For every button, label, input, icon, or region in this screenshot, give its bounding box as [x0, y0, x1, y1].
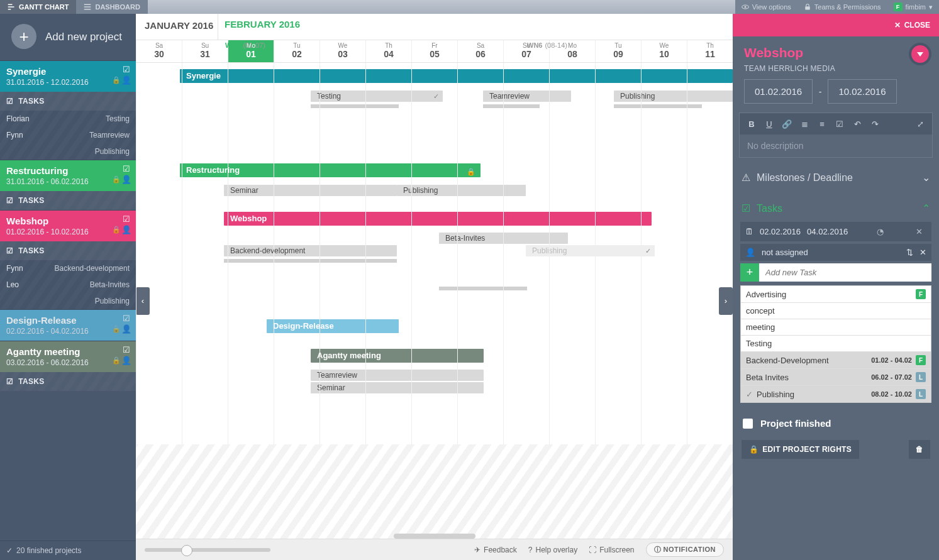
- day-cell[interactable]: Su31: [182, 40, 228, 62]
- project-restructuring[interactable]: Restructuring 31.01.2016 - 06.02.2016 🔒 …: [0, 160, 136, 210]
- tasks-section-header[interactable]: ☑ Tasks ⌃: [733, 197, 939, 219]
- assignee-row[interactable]: FynnTeamreview: [0, 127, 136, 143]
- clear-dates[interactable]: ✕: [912, 226, 926, 238]
- tasks-label: Tasks: [757, 203, 782, 214]
- check-icon: ☑: [121, 345, 132, 354]
- clock-icon[interactable]: ◔: [873, 226, 887, 238]
- link-button[interactable]: 🔗: [780, 117, 794, 131]
- checkbox[interactable]: [743, 419, 753, 429]
- tasks-header[interactable]: ☑ TASKS: [0, 92, 136, 111]
- day-cell[interactable]: Tu09: [595, 40, 641, 62]
- clear-assignee[interactable]: ✕: [920, 248, 926, 257]
- month-header: JANUARY 2016 FEBRUARY 2016: [136, 14, 733, 40]
- date-from-input[interactable]: 01.02.2016: [744, 79, 813, 104]
- feedback-link[interactable]: ✈ Feedback: [474, 546, 517, 554]
- task-row[interactable]: concept: [741, 303, 931, 319]
- bar-seminar[interactable]: Seminar: [224, 185, 397, 196]
- day-cell[interactable]: Fr05: [411, 40, 457, 62]
- zoom-slider[interactable]: [145, 548, 270, 552]
- tasks-header[interactable]: ☑ TASKS: [0, 241, 136, 260]
- edit-rights-button[interactable]: 🔒 EDIT PROJECT RIGHTS: [742, 440, 859, 459]
- project-dates: 31.01.2016 - 12.02.2016: [6, 78, 111, 87]
- chevron-up-icon: ⌃: [922, 202, 930, 214]
- notification-button[interactable]: ⓘ NOTIFICATION: [646, 542, 724, 557]
- teams-label: Teams & Permissions: [814, 0, 881, 14]
- tab-dashboard[interactable]: DASHBOARD: [76, 0, 148, 14]
- gantt-body[interactable]: Synergie Testing Teamreview Publishing R…: [136, 63, 733, 539]
- finished-projects[interactable]: ✓ 20 finished projects: [0, 541, 136, 560]
- bar-synergie[interactable]: Synergie: [180, 69, 733, 83]
- scroll-right-button[interactable]: ›: [719, 287, 733, 315]
- fullscreen-button[interactable]: ⛶ Fullscreen: [589, 546, 634, 554]
- assignee-row[interactable]: Publishing: [0, 293, 136, 309]
- check-icon: ☑: [121, 214, 132, 224]
- bar-design-release[interactable]: Design-Release: [267, 319, 399, 333]
- ul-button[interactable]: ≡: [815, 117, 829, 131]
- date-to-input[interactable]: 10.02.2016: [828, 79, 896, 104]
- user-menu[interactable]: F fimbim ▾: [887, 0, 939, 14]
- project-webshop[interactable]: Webshop 01.02.2016 - 10.02.2016 🔒 ☑👤 ☑ T…: [0, 210, 136, 309]
- bar-webshop[interactable]: Webshop: [224, 212, 652, 226]
- tab-dashboard-label: DASHBOARD: [95, 0, 140, 14]
- task-row[interactable]: meeting: [741, 319, 931, 336]
- bar-teamreview[interactable]: Teamreview: [483, 91, 571, 102]
- ol-button[interactable]: ≣: [797, 117, 811, 131]
- color-fab[interactable]: [909, 43, 931, 65]
- redo-button[interactable]: ↷: [868, 117, 882, 131]
- project-name: Synergie: [6, 66, 111, 77]
- delete-project-button[interactable]: 🗑: [909, 440, 930, 459]
- add-task-input[interactable]: [759, 263, 931, 282]
- scroll-left-button[interactable]: ‹: [136, 287, 150, 315]
- bar-restructuring[interactable]: Restructuring🔒: [180, 163, 481, 177]
- task-row[interactable]: AdvertisingF: [741, 286, 931, 303]
- view-options[interactable]: View options: [735, 0, 797, 14]
- close-label: CLOSE: [904, 21, 930, 30]
- project-design-release[interactable]: Design-Release 02.02.2016 - 04.02.2016 🔒…: [0, 309, 136, 341]
- user-icon: 👤: [121, 175, 132, 184]
- day-cell[interactable]: Th11: [687, 40, 733, 62]
- task-row[interactable]: ✓Publishing08.02 - 10.02L: [741, 386, 931, 402]
- bar-publishing2[interactable]: Publishing: [397, 185, 526, 196]
- task-date-from[interactable]: 02.02.2016: [760, 227, 801, 236]
- teams-permissions[interactable]: Teams & Permissions: [797, 0, 887, 14]
- day-cell[interactable]: Tu02: [274, 40, 319, 62]
- project-agantty-meeting[interactable]: Agantty meeting 03.02.2016 - 06.02.2016 …: [0, 341, 136, 391]
- assignee-row[interactable]: FynnBackend-development: [0, 260, 136, 277]
- assignee-row[interactable]: Publishing: [0, 143, 136, 160]
- tasks-header[interactable]: ☑ TASKS: [0, 191, 136, 210]
- task-row[interactable]: Beta Invites06.02 - 07.02L: [741, 369, 931, 386]
- day-cell[interactable]: Sa30: [136, 40, 182, 62]
- bar-publishing3[interactable]: Publishing: [526, 245, 655, 256]
- close-button[interactable]: ✕ CLOSE: [733, 14, 939, 36]
- sort-icon[interactable]: ⇅: [906, 248, 913, 257]
- task-row[interactable]: Testing: [741, 336, 931, 352]
- bar-backend[interactable]: Backend-development: [224, 245, 397, 256]
- topbar-spacer: [148, 0, 735, 14]
- help-link[interactable]: ? Help overlay: [528, 546, 577, 554]
- assignee-select[interactable]: not assigned: [762, 248, 808, 257]
- undo-button[interactable]: ↶: [850, 117, 864, 131]
- project-synergie[interactable]: Synergie 31.01.2016 - 12.02.2016 🔒 ☑ 👤 ☑…: [0, 60, 136, 160]
- expand-button[interactable]: ⤢: [913, 117, 927, 131]
- underline-button[interactable]: U: [762, 117, 776, 131]
- tasks-header[interactable]: ☑ TASKS: [0, 372, 136, 391]
- add-project-button[interactable]: + Add new project: [0, 14, 136, 60]
- assignee-row[interactable]: LeoBeta-Invites: [0, 277, 136, 293]
- horizontal-scrollbar[interactable]: [394, 534, 475, 539]
- bar-publishing[interactable]: Publishing: [614, 91, 733, 102]
- checklist-button[interactable]: ☑: [833, 117, 847, 131]
- project-finished-toggle[interactable]: Project finished: [733, 407, 939, 440]
- day-cell[interactable]: We03: [319, 40, 365, 62]
- add-task-button[interactable]: +: [740, 263, 759, 282]
- day-cell[interactable]: We10: [641, 40, 687, 62]
- day-cell[interactable]: Sa06: [457, 40, 503, 62]
- description-input[interactable]: No description: [740, 135, 932, 157]
- assignee-row[interactable]: FlorianTesting: [0, 111, 136, 127]
- bar-testing[interactable]: Testing: [311, 91, 443, 102]
- task-date-to[interactable]: 04.02.2016: [807, 227, 848, 236]
- day-cell[interactable]: Th04: [365, 40, 411, 62]
- milestones-section-header[interactable]: ⚠ Milestones / Deadline ⌄: [733, 167, 939, 189]
- tab-gantt[interactable]: GANTT CHART: [0, 0, 76, 14]
- bold-button[interactable]: B: [745, 117, 758, 131]
- task-row[interactable]: Backend-Development01.02 - 04.02F: [741, 352, 931, 369]
